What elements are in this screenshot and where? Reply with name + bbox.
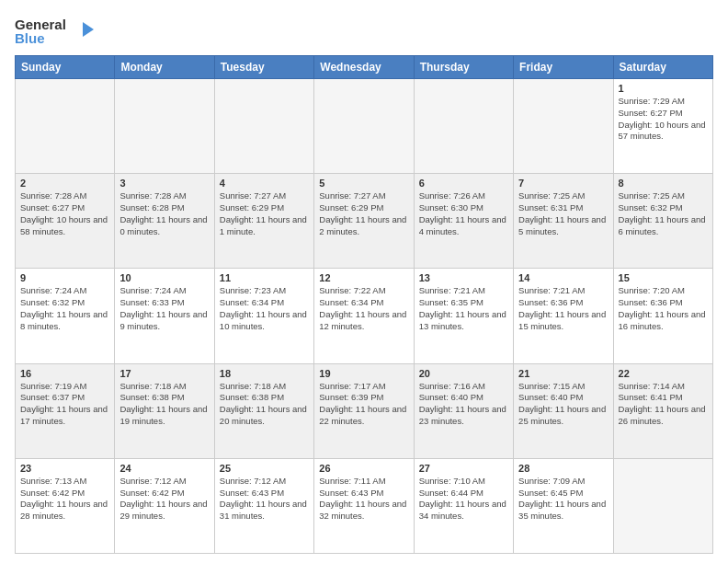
calendar-cell: 27Sunrise: 7:10 AM Sunset: 6:44 PM Dayli… [414, 458, 513, 553]
day-number: 2 [20, 178, 109, 189]
day-info: Sunrise: 7:29 AM Sunset: 6:27 PM Dayligh… [619, 96, 708, 143]
day-number: 22 [619, 368, 708, 379]
calendar-cell [414, 79, 513, 174]
day-number: 10 [119, 272, 209, 283]
day-number: 3 [119, 178, 209, 189]
weekday-header-row: SundayMondayTuesdayWednesdayThursdayFrid… [16, 56, 713, 79]
calendar-cell: 5Sunrise: 7:27 AM Sunset: 6:29 PM Daylig… [314, 174, 414, 269]
day-info: Sunrise: 7:10 AM Sunset: 6:44 PM Dayligh… [419, 476, 508, 523]
calendar-cell [514, 79, 613, 174]
day-info: Sunrise: 7:16 AM Sunset: 6:40 PM Dayligh… [419, 381, 508, 428]
calendar-cell: 2Sunrise: 7:28 AM Sunset: 6:27 PM Daylig… [16, 174, 115, 269]
day-number: 24 [119, 463, 209, 474]
day-number: 12 [319, 272, 408, 283]
day-number: 11 [220, 272, 309, 283]
day-number: 5 [319, 178, 408, 189]
day-info: Sunrise: 7:28 AM Sunset: 6:27 PM Dayligh… [20, 190, 109, 237]
header: General Blue [15, 15, 713, 48]
day-info: Sunrise: 7:12 AM Sunset: 6:43 PM Dayligh… [220, 476, 309, 523]
calendar-cell: 1Sunrise: 7:29 AM Sunset: 6:27 PM Daylig… [613, 79, 712, 174]
day-number: 20 [419, 368, 508, 379]
day-info: Sunrise: 7:17 AM Sunset: 6:39 PM Dayligh… [319, 381, 408, 428]
day-info: Sunrise: 7:22 AM Sunset: 6:34 PM Dayligh… [319, 285, 408, 332]
day-number: 7 [518, 178, 608, 189]
calendar-cell: 20Sunrise: 7:16 AM Sunset: 6:40 PM Dayli… [414, 363, 513, 458]
day-number: 8 [619, 178, 708, 189]
day-info: Sunrise: 7:25 AM Sunset: 6:31 PM Dayligh… [518, 190, 608, 237]
weekday-header-sunday: Sunday [16, 56, 115, 79]
calendar-cell: 16Sunrise: 7:19 AM Sunset: 6:37 PM Dayli… [16, 363, 115, 458]
day-info: Sunrise: 7:24 AM Sunset: 6:33 PM Dayligh… [119, 285, 209, 332]
day-info: Sunrise: 7:26 AM Sunset: 6:30 PM Dayligh… [419, 190, 508, 237]
day-info: Sunrise: 7:18 AM Sunset: 6:38 PM Dayligh… [220, 381, 309, 428]
calendar-cell: 21Sunrise: 7:15 AM Sunset: 6:40 PM Dayli… [514, 363, 613, 458]
logo: General Blue [15, 15, 97, 48]
calendar-cell: 28Sunrise: 7:09 AM Sunset: 6:45 PM Dayli… [514, 458, 613, 553]
day-info: Sunrise: 7:11 AM Sunset: 6:43 PM Dayligh… [319, 476, 408, 523]
day-number: 13 [419, 272, 508, 283]
day-number: 1 [619, 83, 708, 94]
calendar-cell: 19Sunrise: 7:17 AM Sunset: 6:39 PM Dayli… [314, 363, 414, 458]
day-number: 19 [319, 368, 408, 379]
calendar-cell: 26Sunrise: 7:11 AM Sunset: 6:43 PM Dayli… [314, 458, 414, 553]
calendar-cell: 4Sunrise: 7:27 AM Sunset: 6:29 PM Daylig… [214, 174, 313, 269]
calendar-cell: 7Sunrise: 7:25 AM Sunset: 6:31 PM Daylig… [514, 174, 613, 269]
day-info: Sunrise: 7:24 AM Sunset: 6:32 PM Dayligh… [20, 285, 109, 332]
day-info: Sunrise: 7:27 AM Sunset: 6:29 PM Dayligh… [319, 190, 408, 237]
calendar-week-1: 1Sunrise: 7:29 AM Sunset: 6:27 PM Daylig… [16, 79, 713, 174]
calendar-cell: 22Sunrise: 7:14 AM Sunset: 6:41 PM Dayli… [613, 363, 712, 458]
calendar-cell: 6Sunrise: 7:26 AM Sunset: 6:30 PM Daylig… [414, 174, 513, 269]
page: General Blue SundayMondayTuesdayWednesda… [0, 0, 728, 563]
day-number: 16 [20, 368, 109, 379]
day-number: 14 [518, 272, 608, 283]
day-info: Sunrise: 7:19 AM Sunset: 6:37 PM Dayligh… [20, 381, 109, 428]
day-info: Sunrise: 7:18 AM Sunset: 6:38 PM Dayligh… [119, 381, 209, 428]
calendar-cell: 9Sunrise: 7:24 AM Sunset: 6:32 PM Daylig… [16, 269, 115, 363]
day-info: Sunrise: 7:21 AM Sunset: 6:36 PM Dayligh… [518, 285, 608, 332]
day-info: Sunrise: 7:14 AM Sunset: 6:41 PM Dayligh… [619, 381, 708, 428]
day-number: 23 [20, 463, 109, 474]
day-info: Sunrise: 7:21 AM Sunset: 6:35 PM Dayligh… [419, 285, 508, 332]
calendar-cell: 10Sunrise: 7:24 AM Sunset: 6:33 PM Dayli… [115, 269, 214, 363]
calendar-week-4: 16Sunrise: 7:19 AM Sunset: 6:37 PM Dayli… [16, 363, 713, 458]
day-number: 28 [518, 463, 608, 474]
day-number: 26 [319, 463, 408, 474]
day-info: Sunrise: 7:25 AM Sunset: 6:32 PM Dayligh… [619, 190, 708, 237]
calendar-week-2: 2Sunrise: 7:28 AM Sunset: 6:27 PM Daylig… [16, 174, 713, 269]
calendar-cell [115, 79, 214, 174]
day-number: 9 [20, 272, 109, 283]
calendar-cell: 3Sunrise: 7:28 AM Sunset: 6:28 PM Daylig… [115, 174, 214, 269]
calendar-cell: 12Sunrise: 7:22 AM Sunset: 6:34 PM Dayli… [314, 269, 414, 363]
calendar-cell: 11Sunrise: 7:23 AM Sunset: 6:34 PM Dayli… [214, 269, 313, 363]
calendar-cell: 13Sunrise: 7:21 AM Sunset: 6:35 PM Dayli… [414, 269, 513, 363]
day-info: Sunrise: 7:15 AM Sunset: 6:40 PM Dayligh… [518, 381, 608, 428]
day-number: 6 [419, 178, 508, 189]
weekday-header-tuesday: Tuesday [214, 56, 313, 79]
calendar-cell [613, 458, 712, 553]
calendar-week-3: 9Sunrise: 7:24 AM Sunset: 6:32 PM Daylig… [16, 269, 713, 363]
calendar-cell [16, 79, 115, 174]
weekday-header-saturday: Saturday [613, 56, 712, 79]
day-info: Sunrise: 7:23 AM Sunset: 6:34 PM Dayligh… [220, 285, 309, 332]
day-number: 21 [518, 368, 608, 379]
svg-text:Blue: Blue [15, 30, 45, 46]
calendar-cell: 18Sunrise: 7:18 AM Sunset: 6:38 PM Dayli… [214, 363, 313, 458]
weekday-header-thursday: Thursday [414, 56, 513, 79]
calendar-week-5: 23Sunrise: 7:13 AM Sunset: 6:42 PM Dayli… [16, 458, 713, 553]
day-number: 17 [119, 368, 209, 379]
day-number: 25 [220, 463, 309, 474]
weekday-header-wednesday: Wednesday [314, 56, 414, 79]
day-info: Sunrise: 7:28 AM Sunset: 6:28 PM Dayligh… [119, 190, 209, 237]
day-info: Sunrise: 7:09 AM Sunset: 6:45 PM Dayligh… [518, 476, 608, 523]
day-info: Sunrise: 7:20 AM Sunset: 6:36 PM Dayligh… [619, 285, 708, 332]
calendar-cell: 14Sunrise: 7:21 AM Sunset: 6:36 PM Dayli… [514, 269, 613, 363]
weekday-header-friday: Friday [514, 56, 613, 79]
day-number: 27 [419, 463, 508, 474]
calendar-cell: 24Sunrise: 7:12 AM Sunset: 6:42 PM Dayli… [115, 458, 214, 553]
calendar-cell: 25Sunrise: 7:12 AM Sunset: 6:43 PM Dayli… [214, 458, 313, 553]
day-info: Sunrise: 7:12 AM Sunset: 6:42 PM Dayligh… [119, 476, 209, 523]
calendar-cell: 15Sunrise: 7:20 AM Sunset: 6:36 PM Dayli… [613, 269, 712, 363]
day-number: 18 [220, 368, 309, 379]
logo-svg: General Blue [15, 15, 97, 48]
day-info: Sunrise: 7:27 AM Sunset: 6:29 PM Dayligh… [220, 190, 309, 237]
